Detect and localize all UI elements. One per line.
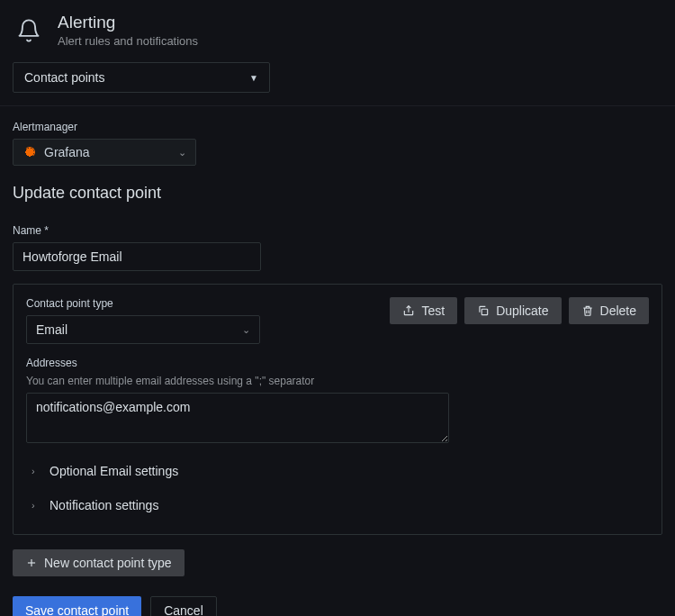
share-icon — [402, 304, 415, 317]
type-select[interactable]: Email ⌄ — [26, 315, 260, 344]
page-subtitle: Alert rules and notifications — [58, 34, 198, 48]
trash-icon — [581, 304, 594, 317]
chevron-right-icon: › — [32, 500, 39, 511]
name-input[interactable] — [13, 242, 261, 271]
grafana-icon — [22, 145, 37, 159]
svg-rect-0 — [482, 309, 487, 314]
divider — [0, 105, 675, 106]
type-label: Contact point type — [26, 297, 379, 310]
alertmanager-value: Grafana — [44, 145, 90, 159]
alertmanager-select[interactable]: Grafana ⌄ — [13, 139, 196, 166]
chevron-down-icon: ⌄ — [242, 324, 250, 336]
chevron-down-icon: ⌄ — [178, 147, 186, 159]
addresses-help: You can enter multiple email addresses u… — [26, 375, 649, 387]
type-value: Email — [36, 322, 68, 337]
notification-settings-toggle[interactable]: › Notification settings — [26, 489, 649, 521]
contact-point-card: Contact point type Email ⌄ Test Duplicat… — [13, 284, 662, 535]
nav-dropdown[interactable]: Contact points ▼ — [13, 62, 270, 93]
addresses-input[interactable] — [26, 393, 449, 443]
delete-button[interactable]: Delete — [569, 297, 649, 324]
new-contact-point-type-button[interactable]: New contact point type — [13, 549, 184, 576]
copy-icon — [477, 304, 490, 317]
addresses-label: Addresses — [26, 357, 649, 369]
nav-dropdown-label: Contact points — [24, 70, 105, 85]
caret-down-icon: ▼ — [249, 73, 258, 83]
cancel-button[interactable]: Cancel — [150, 596, 217, 616]
section-title: Update contact point — [13, 184, 662, 203]
chevron-right-icon: › — [32, 466, 39, 476]
name-label: Name — [13, 224, 662, 237]
plus-icon — [25, 557, 38, 569]
save-button[interactable]: Save contact point — [13, 596, 141, 616]
optional-email-settings-toggle[interactable]: › Optional Email settings — [26, 455, 649, 487]
alertmanager-label: Alertmanager — [13, 121, 662, 133]
page-header: Alerting Alert rules and notifications — [13, 13, 662, 48]
page-title: Alerting — [58, 13, 198, 32]
bell-icon — [13, 14, 45, 47]
test-button[interactable]: Test — [390, 297, 457, 324]
duplicate-button[interactable]: Duplicate — [464, 297, 561, 324]
